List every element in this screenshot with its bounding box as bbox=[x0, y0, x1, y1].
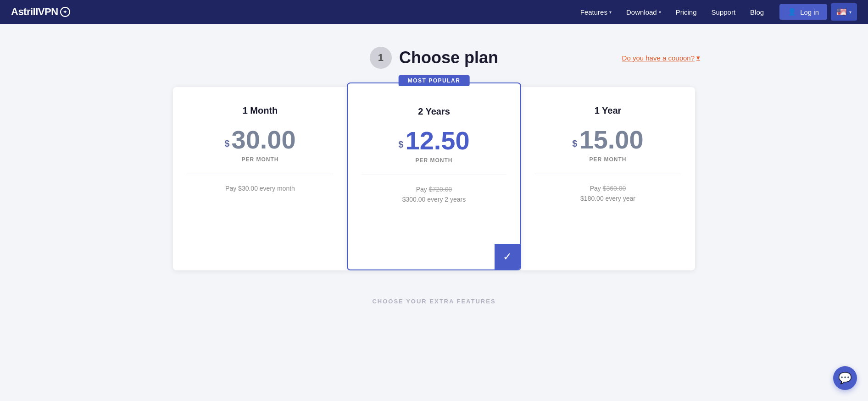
plan-per-month-label: PER MONTH bbox=[242, 156, 279, 163]
plan-divider bbox=[362, 175, 506, 175]
language-selector[interactable]: 🇺🇸 ▾ bbox=[831, 3, 857, 21]
nav-features[interactable]: Features ▾ bbox=[574, 5, 618, 19]
plan-price-row: $ 12.50 bbox=[398, 128, 469, 154]
chevron-down-icon: ▾ bbox=[849, 10, 851, 15]
extra-features-label: CHOOSE YOUR EXTRA FEATURES bbox=[168, 298, 700, 305]
plan-currency: $ bbox=[398, 139, 403, 150]
logo-star-icon: ✦ bbox=[60, 7, 70, 17]
plan-card-2years[interactable]: MOST POPULAR 2 Years $ 12.50 PER MONTH P… bbox=[347, 82, 521, 270]
chat-icon: 💬 bbox=[838, 372, 852, 385]
logo[interactable]: AstrillVPN ✦ bbox=[11, 6, 70, 18]
flag-icon: 🇺🇸 bbox=[836, 7, 846, 17]
chevron-down-icon: ▾ bbox=[696, 54, 700, 62]
navbar: AstrillVPN ✦ Features ▾ Download ▾ Prici… bbox=[0, 0, 868, 24]
user-icon: 👤 bbox=[788, 8, 796, 16]
plan-pay-original: $720.00 bbox=[429, 186, 452, 193]
plan-card-1month[interactable]: 1 Month $ 30.00 PER MONTH Pay $30.00 eve… bbox=[173, 87, 347, 270]
plan-price-row: $ 30.00 bbox=[224, 127, 295, 153]
nav-pricing[interactable]: Pricing bbox=[669, 5, 703, 19]
plan-amount: 12.50 bbox=[405, 128, 469, 154]
plan-price-row: $ 15.00 bbox=[572, 127, 643, 153]
chevron-down-icon: ▾ bbox=[609, 10, 612, 15]
page-title: Choose plan bbox=[399, 48, 498, 67]
plan-period: 2 Years bbox=[418, 106, 450, 117]
login-button[interactable]: 👤 Log in bbox=[779, 4, 827, 20]
plan-pay-info: Pay $720.00 $300.00 every 2 years bbox=[402, 184, 466, 205]
logo-text: AstrillVPN bbox=[11, 6, 58, 18]
plan-currency: $ bbox=[572, 138, 577, 149]
chat-button[interactable]: 💬 bbox=[833, 366, 857, 390]
main-content: 1 Choose plan Do you have a coupon? ▾ 1 … bbox=[159, 24, 709, 323]
nav-download[interactable]: Download ▾ bbox=[620, 5, 668, 19]
plan-amount: 30.00 bbox=[231, 127, 295, 153]
plan-pay-info: Pay $360.00 $180.00 every year bbox=[580, 183, 635, 204]
plan-currency: $ bbox=[224, 138, 229, 149]
plan-pay-original: $360.00 bbox=[603, 185, 626, 192]
plan-period: 1 Year bbox=[595, 105, 622, 116]
coupon-link[interactable]: Do you have a coupon? ▾ bbox=[622, 54, 700, 62]
plan-divider bbox=[534, 174, 681, 174]
checkmark-icon: ✓ bbox=[503, 250, 512, 263]
chevron-down-icon: ▾ bbox=[659, 10, 661, 15]
plan-card-1year[interactable]: 1 Year $ 15.00 PER MONTH Pay $360.00 $18… bbox=[521, 87, 695, 270]
plan-pay-info: Pay $30.00 every month bbox=[225, 183, 295, 193]
most-popular-badge: MOST POPULAR bbox=[399, 75, 470, 86]
step-circle: 1 bbox=[370, 47, 392, 69]
nav-blog[interactable]: Blog bbox=[744, 5, 770, 19]
selected-check-corner: ✓ bbox=[495, 244, 520, 269]
plan-divider bbox=[187, 174, 334, 174]
plan-header: 1 Choose plan Do you have a coupon? ▾ bbox=[168, 47, 700, 69]
plan-per-month-label: PER MONTH bbox=[590, 156, 627, 163]
plan-amount: 15.00 bbox=[579, 127, 643, 153]
plan-period: 1 Month bbox=[243, 105, 278, 116]
nav-links: Features ▾ Download ▾ Pricing Support Bl… bbox=[574, 5, 770, 19]
plans-container: 1 Month $ 30.00 PER MONTH Pay $30.00 eve… bbox=[168, 87, 700, 270]
nav-support[interactable]: Support bbox=[705, 5, 742, 19]
plan-per-month-label: PER MONTH bbox=[416, 157, 453, 164]
